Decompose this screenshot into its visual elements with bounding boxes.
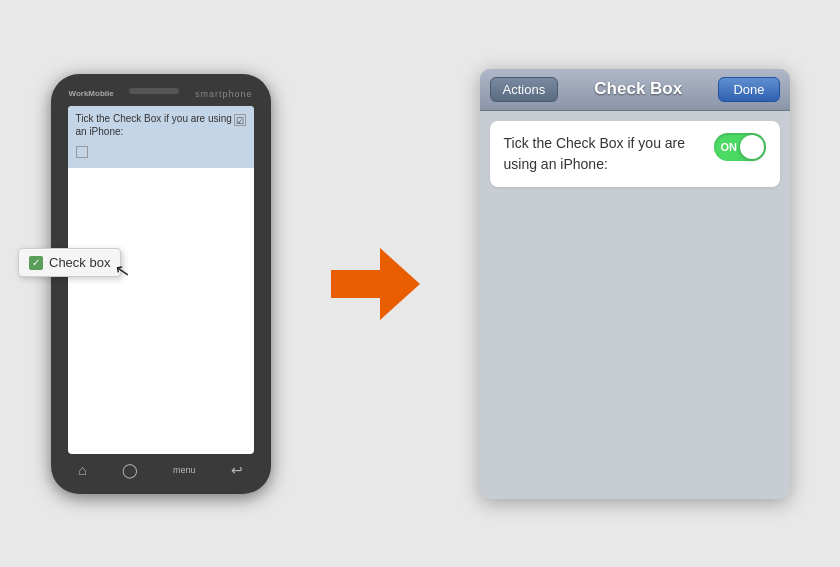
arrow-head [380,248,420,320]
ios-panel-title: Check Box [594,79,682,99]
toggle-on-label: ON [721,141,738,153]
menu-label[interactable]: menu [173,465,196,475]
home-button[interactable]: ⌂ [78,462,86,478]
ios-panel: Actions Check Box Done Tick the Check Bo… [480,69,790,499]
toggle-track[interactable]: ON [714,133,766,161]
phone-screen: Tick the Check Box if you are using an i… [68,106,254,454]
actions-button[interactable]: Actions [490,77,559,102]
screen-form-row: Tick the Check Box if you are using an i… [76,112,246,138]
done-button[interactable]: Done [718,77,779,102]
form-text: Tick the Check Box if you are using an i… [76,112,234,138]
tooltip-label: Check box [49,255,110,270]
phone-speaker [129,88,179,94]
direction-arrow [331,248,420,320]
screen-form-area: Tick the Check Box if you are using an i… [68,106,254,168]
phone-type-label: smartphone [195,89,253,99]
ios-card: Tick the Check Box if you are using an i… [490,121,780,187]
phone-bottom-bar: ⌂ ◯ menu ↩ [61,454,261,480]
orange-arrow-shape [331,248,420,320]
unchecked-box[interactable] [76,146,88,158]
toggle-knob [740,135,764,159]
ios-card-text: Tick the Check Box if you are using an i… [504,133,702,175]
arrow-body [331,270,381,298]
android-smartphone: WorkMobile smartphone Tick the Check Box… [51,74,271,494]
ios-content: Tick the Check Box if you are using an i… [480,111,790,499]
phone-logo: WorkMobile [69,89,114,98]
checked-icon: ☑ [234,114,246,126]
phone-top-bar: WorkMobile smartphone [61,88,261,100]
search-button[interactable]: ◯ [122,462,138,478]
tooltip-checkbox-icon: ✓ [29,256,43,270]
ios-header: Actions Check Box Done [480,69,790,111]
ios-toggle[interactable]: ON [714,133,766,161]
back-button[interactable]: ↩ [231,462,243,478]
tooltip-popup: ✓ Check box ↖ [18,248,121,277]
